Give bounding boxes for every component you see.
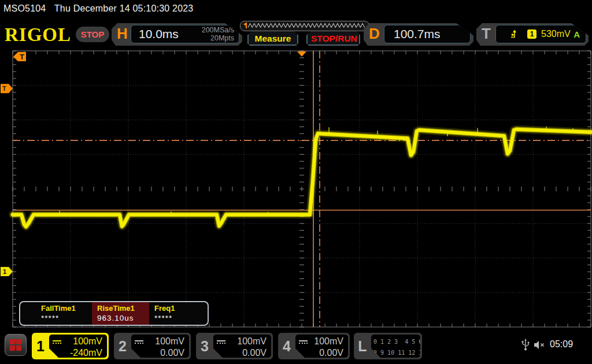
trigger-time-flag[interactable]: T xyxy=(13,52,26,61)
model-name: MSO5104 xyxy=(3,3,46,13)
measurement-falltime[interactable]: FallTime1 ***** xyxy=(20,302,92,325)
delay-panel[interactable]: D 100.7ms xyxy=(364,23,473,46)
horizontal-panel[interactable]: H 10.0ms 200MSa/s 20Mpts xyxy=(112,23,242,46)
measurement-results-panel[interactable]: FallTime1 ***** RiseTime1 963.10us Freq1… xyxy=(19,301,209,326)
trigger-label: T xyxy=(482,25,491,43)
ch1-ground-marker[interactable]: 1 xyxy=(1,267,13,276)
sample-rate: 200MSa/s xyxy=(202,26,234,34)
measurement-risetime-selected[interactable]: RiseTime1 963.10us xyxy=(92,302,149,325)
trigger-source-badge: 1 xyxy=(527,29,536,39)
measurement-freq[interactable]: Freq1 ***** xyxy=(149,302,208,325)
rigol-logo: RIGOL xyxy=(5,24,71,46)
horizontal-readout[interactable]: 10.0ms 200MSa/s 20Mpts xyxy=(131,25,239,43)
delay-label: D xyxy=(369,25,380,43)
trigger-level-marker[interactable]: T xyxy=(1,84,13,93)
graticule xyxy=(13,51,591,327)
svg-text:T: T xyxy=(2,85,6,92)
ch1-trace xyxy=(13,127,591,226)
oscilloscope-screen: TT1 MSO5104 Thu December 14 05:10:30 202… xyxy=(0,0,592,364)
timebase-value: 10.0ms xyxy=(139,27,179,41)
trigger-readout[interactable]: 1 530mV A xyxy=(495,25,586,43)
trigger-position-marker[interactable] xyxy=(297,51,306,57)
delay-readout[interactable]: 100.7ms xyxy=(384,25,471,43)
datetime: Thu December 14 05:10:30 2023 xyxy=(54,3,194,13)
svg-text:1: 1 xyxy=(3,268,6,275)
horizontal-label: H xyxy=(117,25,128,43)
run-state-badge[interactable]: STOP xyxy=(76,27,109,42)
svg-text:T: T xyxy=(20,53,24,61)
overview-zigzag xyxy=(240,21,368,29)
delay-value: 100.7ms xyxy=(394,27,441,41)
memory-depth: 20Mpts xyxy=(202,34,234,42)
titlebar: MSO5104 Thu December 14 05:10:30 2023 xyxy=(3,3,193,14)
rising-edge-icon xyxy=(510,29,519,39)
waveform-overview-bar[interactable] xyxy=(240,21,369,31)
trigger-panel[interactable]: T 1 530mV A xyxy=(476,23,589,46)
trigger-level-value: 530mV xyxy=(541,29,571,39)
trigger-mode-auto: A xyxy=(574,29,580,39)
